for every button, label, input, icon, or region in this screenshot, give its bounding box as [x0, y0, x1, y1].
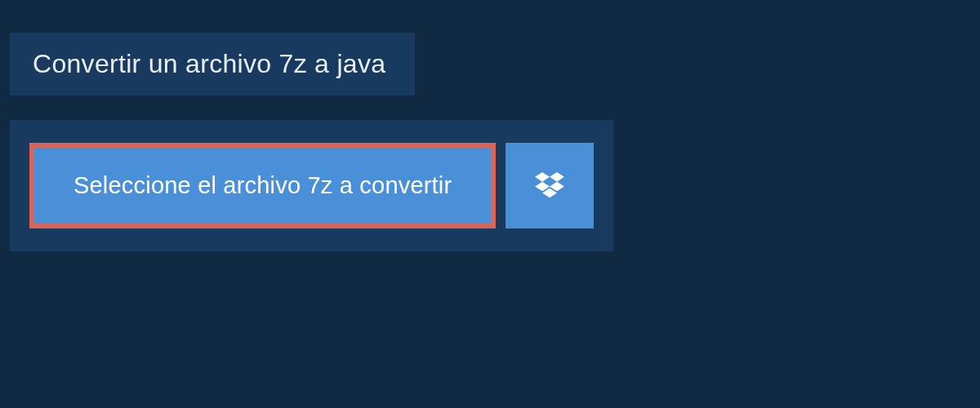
svg-marker-1: [550, 172, 564, 182]
header-tab: Convertir un archivo 7z a java: [10, 33, 415, 95]
page-title: Convertir un archivo 7z a java: [33, 49, 385, 79]
svg-marker-0: [535, 172, 550, 182]
select-file-label: Seleccione el archivo 7z a convertir: [74, 172, 452, 199]
dropbox-button[interactable]: [506, 143, 594, 228]
select-file-button[interactable]: Seleccione el archivo 7z a convertir: [29, 143, 496, 228]
dropbox-icon: [535, 172, 564, 200]
upload-panel: Seleccione el archivo 7z a convertir: [10, 120, 613, 251]
converter-container: Convertir un archivo 7z a java Seleccion…: [0, 0, 980, 251]
